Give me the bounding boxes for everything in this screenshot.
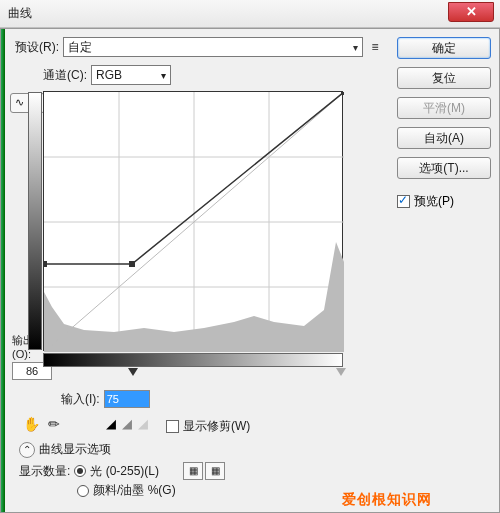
preset-menu-icon[interactable]: ≡ [367, 39, 383, 55]
show-clipping-label: 显示修剪(W) [183, 418, 250, 435]
show-clipping-row: 显示修剪(W) [166, 418, 250, 435]
side-column: 确定 复位 平滑(M) 自动(A) 选项(T)... 预览(P) [389, 29, 499, 512]
draw-icon[interactable]: ✏ [48, 416, 60, 432]
curve-tool-icon[interactable]: ∿ [13, 96, 27, 110]
disclosure-label: 曲线显示选项 [39, 441, 111, 458]
sampler-row: ✋ ✏ ◢ ◢ ◢ 显示修剪(W) [23, 412, 383, 435]
eyedropper-gray-icon[interactable]: ◢ [122, 416, 132, 431]
input-label: 输入(I): [61, 391, 100, 408]
input-row: 输入(I): 75 [61, 390, 383, 408]
smooth-button[interactable]: 平滑(M) [397, 97, 491, 119]
preset-label: 预设(R): [15, 39, 59, 56]
channel-row: 通道(C): RGB [43, 65, 383, 85]
display-amount-label: 显示数量: [19, 463, 70, 480]
vertical-gradient [28, 92, 42, 350]
curve-svg[interactable] [44, 92, 344, 352]
main-column: 预设(R): 自定 ≡ 通道(C): RGB ∿ ✎ 输出(O): [5, 29, 389, 512]
input-value[interactable]: 75 [104, 390, 150, 408]
titlebar: 曲线 ✕ [0, 0, 500, 28]
disclosure-icon[interactable]: ⌃ [19, 442, 35, 458]
horizontal-gradient [43, 353, 343, 367]
curve-graph[interactable] [43, 91, 343, 351]
options-button[interactable]: 选项(T)... [397, 157, 491, 179]
preview-checkbox[interactable] [397, 195, 410, 208]
radio-pigment-row: 颜料/油墨 %(G) [77, 482, 383, 499]
watermark: 爱创根知识网 [342, 491, 432, 509]
preset-row: 预设(R): 自定 ≡ [15, 37, 383, 57]
preset-value: 自定 [68, 39, 92, 56]
graph-column [39, 91, 383, 380]
radio-light-label: 光 (0-255)(L) [90, 463, 159, 480]
input-slider-black[interactable] [128, 368, 138, 376]
display-options-header: ⌃ 曲线显示选项 [19, 441, 383, 458]
eyedropper-black-icon[interactable]: ◢ [106, 416, 116, 431]
display-amount-group: 显示数量: 光 (0-255)(L) ▦ ▦ 颜料/油墨 %(G) [19, 462, 383, 499]
channel-label: 通道(C): [43, 67, 87, 84]
radio-pigment[interactable] [77, 485, 89, 497]
curve-point-start[interactable] [44, 261, 47, 267]
input-slider-white[interactable] [336, 368, 346, 376]
display-amount-row: 显示数量: 光 (0-255)(L) ▦ ▦ [19, 462, 383, 480]
grid-detail-icon[interactable]: ▦ [205, 462, 225, 480]
preview-label: 预览(P) [414, 193, 454, 210]
channel-select[interactable]: RGB [91, 65, 171, 85]
preset-select[interactable]: 自定 [63, 37, 363, 57]
ok-button[interactable]: 确定 [397, 37, 491, 59]
auto-button[interactable]: 自动(A) [397, 127, 491, 149]
grid-simple-icon[interactable]: ▦ [183, 462, 203, 480]
curve-point-mid[interactable] [129, 261, 135, 267]
show-clipping-checkbox[interactable] [166, 420, 179, 433]
radio-light[interactable] [74, 465, 86, 477]
dialog-body: 预设(R): 自定 ≡ 通道(C): RGB ∿ ✎ 输出(O): [0, 28, 500, 513]
curve-point-end[interactable] [341, 92, 344, 95]
channel-value: RGB [96, 68, 122, 82]
dialog-title: 曲线 [8, 5, 32, 22]
preview-row: 预览(P) [397, 193, 491, 210]
hand-icon[interactable]: ✋ [23, 416, 40, 432]
grid-density-icons: ▦ ▦ [183, 462, 225, 480]
reset-button[interactable]: 复位 [397, 67, 491, 89]
radio-pigment-label: 颜料/油墨 %(G) [93, 482, 176, 499]
curve-area: ∿ ✎ 输出(O): 86 [15, 91, 383, 380]
eyedropper-white-icon[interactable]: ◢ [138, 416, 148, 431]
close-button[interactable]: ✕ [448, 2, 494, 22]
eyedropper-group: ◢ ◢ ◢ [106, 416, 148, 431]
